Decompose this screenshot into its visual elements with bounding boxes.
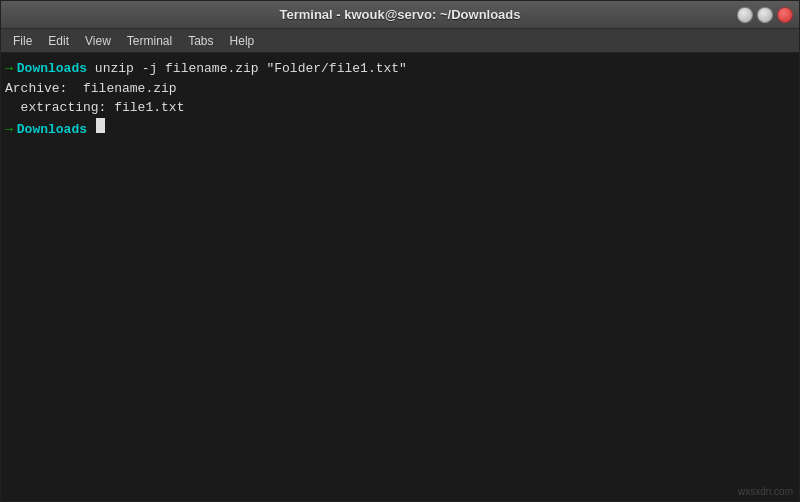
prompt-arrow-1: → bbox=[5, 59, 13, 79]
menu-edit[interactable]: Edit bbox=[40, 32, 77, 50]
menu-file[interactable]: File bbox=[5, 32, 40, 50]
terminal-body[interactable]: → Downloads unzip -j filename.zip "Folde… bbox=[1, 53, 799, 501]
maximize-button[interactable] bbox=[757, 7, 773, 23]
menu-view[interactable]: View bbox=[77, 32, 119, 50]
menubar: File Edit View Terminal Tabs Help bbox=[1, 29, 799, 53]
menu-tabs[interactable]: Tabs bbox=[180, 32, 221, 50]
close-button[interactable] bbox=[777, 7, 793, 23]
terminal-window: Terminal - kwouk@servo: ~/Downloads File… bbox=[0, 0, 800, 502]
command-text-1: unzip -j filename.zip "Folder/file1.txt" bbox=[87, 59, 407, 79]
window-controls bbox=[737, 7, 793, 23]
menu-help[interactable]: Help bbox=[222, 32, 263, 50]
terminal-cursor bbox=[96, 118, 105, 133]
terminal-line-1: → Downloads unzip -j filename.zip "Folde… bbox=[5, 59, 795, 79]
prompt-dir-1: Downloads bbox=[17, 59, 87, 79]
prompt-dir-2: Downloads bbox=[17, 120, 87, 140]
watermark: wxsxdn.com bbox=[738, 486, 793, 497]
prompt-arrow-2: → bbox=[5, 120, 13, 140]
titlebar: Terminal - kwouk@servo: ~/Downloads bbox=[1, 1, 799, 29]
window-title: Terminal - kwouk@servo: ~/Downloads bbox=[279, 7, 520, 22]
menu-terminal[interactable]: Terminal bbox=[119, 32, 180, 50]
terminal-output-1: Archive: filename.zip bbox=[5, 79, 795, 99]
terminal-line-2: → Downloads bbox=[5, 118, 795, 140]
terminal-output-2: extracting: file1.txt bbox=[5, 98, 795, 118]
command-text-2 bbox=[87, 120, 95, 140]
minimize-button[interactable] bbox=[737, 7, 753, 23]
